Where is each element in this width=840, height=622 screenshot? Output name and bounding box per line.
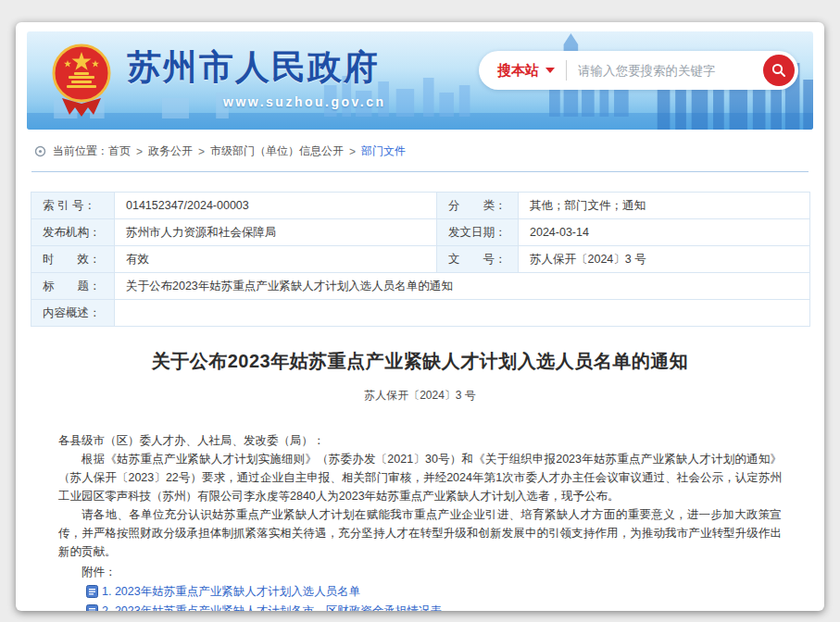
page-card: 苏州市人民政府 www.suzhou.gov.cn 搜本站: [16, 22, 824, 611]
breadcrumb-item-home[interactable]: 首页: [108, 143, 131, 159]
body-paragraph: 请各地、各单位充分认识姑苏重点产业紧缺人才计划在赋能我市重点产业企业引进、培育紧…: [58, 505, 782, 561]
meta-label-category: 分 类：: [437, 193, 519, 219]
attachments-label: 附件：: [58, 563, 782, 581]
search-button[interactable]: [763, 55, 795, 86]
document-meta-table: 索 引 号： 014152347/2024-00003 分 类： 其他；部门文件…: [31, 192, 810, 327]
meta-value-summary: [115, 300, 810, 327]
body-paragraph: 根据《姑苏重点产业紧缺人才计划实施细则》（苏委办发〔2021〕30号）和《关于组…: [58, 450, 782, 505]
search-scope-label: 搜本站: [497, 62, 539, 80]
table-row: 发布机构： 苏州市人力资源和社会保障局 发文日期： 2024-03-14: [31, 219, 810, 246]
meta-value-category: 其他；部门文件；通知: [519, 193, 810, 219]
site-title[interactable]: 苏州市人民政府: [127, 44, 380, 91]
breadcrumb-separator: >: [198, 145, 205, 158]
meta-label-title: 标 题：: [31, 273, 115, 300]
meta-value-docno: 苏人保开〔2024〕3 号: [519, 246, 810, 273]
attachment-file-icon: [86, 585, 98, 598]
breadcrumb: 当前位置： 首页 > 政务公开 > 市级部门（单位）信息公开 > 部门文件: [34, 143, 806, 159]
location-icon: [34, 145, 46, 157]
meta-label-index: 索 引 号：: [31, 193, 115, 219]
table-row: 内容概述：: [31, 300, 810, 327]
search-input[interactable]: [578, 64, 763, 78]
breadcrumb-label: 当前位置：: [53, 143, 108, 159]
search-bar: 搜本站: [479, 51, 798, 90]
breadcrumb-separator: >: [349, 145, 356, 158]
table-row: 时 效： 有效 文 号： 苏人保开〔2024〕3 号: [31, 246, 810, 273]
site-url: www.suzhou.gov.cn: [223, 94, 386, 109]
site-banner: 苏州市人民政府 www.suzhou.gov.cn 搜本站: [27, 31, 813, 130]
meta-value-title: 关于公布2023年姑苏重点产业紧缺人才计划入选人员名单的通知: [115, 273, 810, 300]
meta-label-validity: 时 效：: [31, 246, 115, 273]
section-divider: [31, 171, 809, 172]
attachment-link-label: 2. 2023年姑苏重点产业紧缺人才计划各市、区财政资金承担情况表: [102, 602, 442, 611]
breadcrumb-item-govinfo[interactable]: 政务公开: [148, 143, 193, 159]
breadcrumb-separator: >: [136, 145, 143, 158]
meta-label-date: 发文日期：: [437, 219, 519, 246]
meta-value-issuer: 苏州市人力资源和社会保障局: [115, 219, 437, 246]
table-row: 索 引 号： 014152347/2024-00003 分 类： 其他；部门文件…: [31, 193, 810, 219]
meta-value-validity: 有效: [115, 246, 437, 273]
attachment-link-2[interactable]: 2. 2023年姑苏重点产业紧缺人才计划各市、区财政资金承担情况表: [86, 602, 782, 611]
attachment-file-icon: [86, 604, 98, 611]
attachment-link-1[interactable]: 1. 2023年姑苏重点产业紧缺人才计划入选人员名单: [86, 582, 782, 601]
document-body: 各县级市（区）委人才办、人社局、发改委（局）： 根据《姑苏重点产业紧缺人才计划实…: [58, 431, 782, 611]
chevron-down-icon: [545, 68, 555, 73]
search-icon: [771, 62, 787, 79]
meta-label-summary: 内容概述：: [31, 300, 115, 327]
search-divider: [566, 60, 567, 81]
salutation: 各县级市（区）委人才办、人社局、发改委（局）：: [58, 431, 782, 450]
search-scope-dropdown[interactable]: 搜本站: [497, 62, 555, 80]
document-number: 苏人保开〔2024〕3 号: [16, 388, 824, 404]
meta-value-date: 2024-03-14: [519, 219, 810, 246]
breadcrumb-item-current[interactable]: 部门文件: [361, 143, 406, 159]
meta-label-docno: 文 号：: [437, 246, 519, 273]
page-title: 关于公布2023年姑苏重点产业紧缺人才计划入选人员名单的通知: [53, 349, 787, 374]
meta-value-index: 014152347/2024-00003: [115, 193, 437, 219]
meta-label-issuer: 发布机构：: [31, 219, 115, 246]
national-emblem-logo[interactable]: [51, 43, 112, 120]
breadcrumb-item-departments[interactable]: 市级部门（单位）信息公开: [210, 143, 344, 159]
attachment-link-label: 1. 2023年姑苏重点产业紧缺人才计划入选人员名单: [102, 582, 360, 601]
table-row: 标 题： 关于公布2023年姑苏重点产业紧缺人才计划入选人员名单的通知: [31, 273, 810, 300]
